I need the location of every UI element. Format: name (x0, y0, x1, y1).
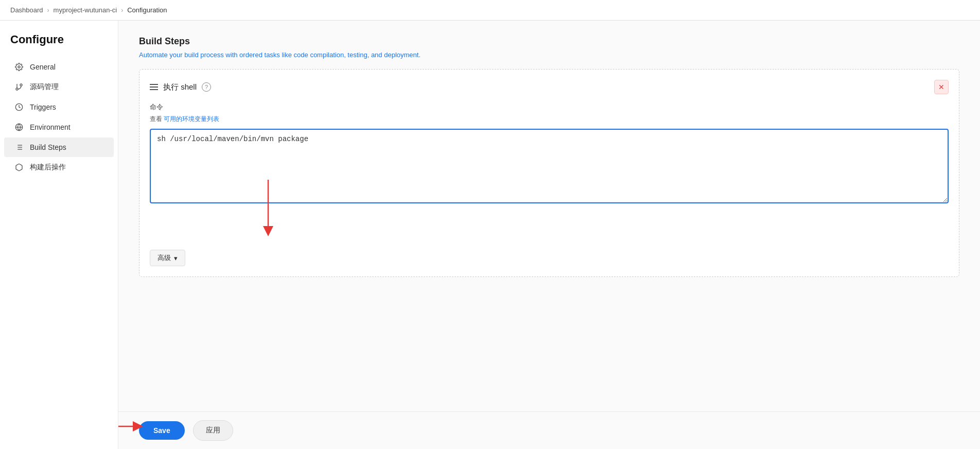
sidebar-item-environment[interactable]: Environment (4, 117, 114, 137)
advanced-label: 高级 (157, 253, 171, 263)
env-link-container: 查看 可用的环境变量列表 (150, 115, 949, 124)
sidebar-item-build-steps[interactable]: Build Steps (4, 137, 114, 157)
clock-icon (14, 102, 24, 112)
sidebar-item-triggers[interactable]: Triggers (4, 97, 114, 117)
step-header: 执行 shell ? ✕ (150, 80, 949, 94)
advanced-button[interactable]: 高级 ▾ (150, 250, 185, 266)
content-area: Build Steps Automate your build process … (118, 21, 980, 411)
help-icon[interactable]: ? (202, 82, 211, 92)
list-icon (14, 143, 24, 152)
sidebar-item-general[interactable]: General (4, 57, 114, 77)
red-arrow-save-svg (118, 416, 144, 437)
breadcrumb-config: Configuration (127, 6, 167, 14)
sidebar-item-general-label: General (30, 63, 56, 71)
svg-point-3 (16, 88, 18, 90)
sidebar-title: Configure (0, 33, 118, 57)
main-layout: Configure General 源码管理 Tr (0, 21, 980, 449)
save-button-wrapper: Save (139, 421, 185, 440)
sidebar-item-source[interactable]: 源码管理 (4, 77, 114, 97)
sidebar-item-source-label: 源码管理 (30, 82, 59, 92)
svg-point-0 (18, 66, 20, 68)
env-link-prefix: 查看 (150, 115, 162, 123)
box-icon (14, 163, 24, 172)
step-header-left: 执行 shell ? (150, 82, 211, 92)
save-button[interactable]: Save (139, 421, 185, 440)
sidebar-item-triggers-label: Triggers (30, 103, 56, 111)
chevron-down-icon: ▾ (174, 254, 178, 262)
apply-button[interactable]: 应用 (193, 420, 233, 441)
breadcrumb-sep-2: › (121, 7, 123, 14)
close-step-button[interactable]: ✕ (934, 80, 949, 94)
section-subtitle: Automate your build process with ordered… (139, 51, 959, 59)
step-title: 执行 shell (163, 82, 197, 92)
globe-icon (14, 123, 24, 132)
breadcrumb-bar: Dashboard › myproject-wutunan-ci › Confi… (0, 0, 980, 21)
breadcrumb-sep-1: › (47, 7, 49, 14)
sidebar-item-post-build-label: 构建后操作 (30, 163, 66, 172)
action-bar: Save 应用 (118, 411, 980, 449)
arrow-annotation (150, 205, 949, 241)
section-title: Build Steps (139, 36, 959, 47)
sidebar-item-post-build[interactable]: 构建后操作 (4, 158, 114, 177)
command-field-label: 命令 (150, 102, 949, 112)
gear-icon (14, 62, 24, 72)
drag-handle-icon[interactable] (150, 84, 158, 90)
red-arrow-svg (237, 175, 299, 241)
svg-point-2 (20, 84, 22, 86)
sidebar: Configure General 源码管理 Tr (0, 21, 118, 449)
env-variables-link[interactable]: 可用的环境变量列表 (164, 115, 219, 123)
build-step-card: 执行 shell ? ✕ 命令 查看 可用的环境变量列表 sh /usr/loc… (139, 69, 959, 277)
advanced-section: 高级 ▾ (150, 250, 949, 266)
breadcrumb-project[interactable]: myproject-wutunan-ci (54, 6, 117, 14)
branch-icon (14, 82, 24, 92)
sidebar-item-build-steps-label: Build Steps (30, 143, 66, 151)
breadcrumb-dashboard[interactable]: Dashboard (10, 6, 43, 14)
sidebar-item-environment-label: Environment (30, 123, 71, 131)
